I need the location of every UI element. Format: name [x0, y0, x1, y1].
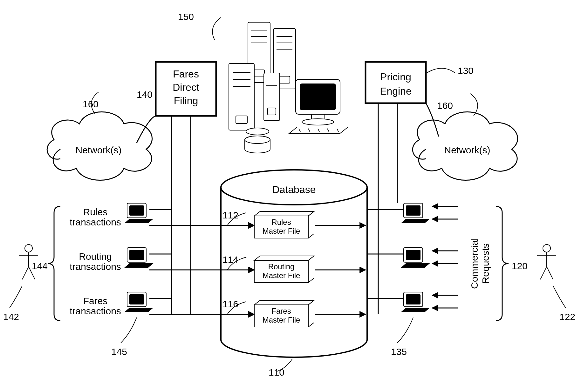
svg-rect-58 [130, 295, 144, 304]
svg-text:Routing: Routing [268, 262, 295, 271]
svg-text:transactions: transactions [70, 261, 121, 272]
cloud-right-label: Network(s) [444, 145, 490, 155]
svg-text:Master File: Master File [263, 316, 300, 324]
svg-text:Rules: Rules [271, 218, 291, 226]
fdf-line2: Direct [173, 82, 199, 93]
ref-150: 150 [178, 11, 194, 22]
svg-text:Fares: Fares [271, 307, 291, 315]
terminal-icon [402, 292, 429, 312]
pe-line2: Engine [380, 85, 412, 97]
left-transactions: 144 142 Rules transactions Routing trans… [3, 203, 254, 357]
svg-text:Fares: Fares [83, 296, 108, 306]
svg-rect-53 [130, 250, 144, 260]
ref-160-left: 160 [83, 99, 99, 109]
req-label2: Requests [480, 244, 491, 284]
svg-text:Master File: Master File [263, 271, 300, 280]
svg-text:transactions: transactions [70, 217, 121, 227]
fares-direct-filing-box: Fares Direct Filing 140 [137, 62, 216, 116]
db-title: Database [272, 184, 316, 195]
svg-rect-65 [406, 295, 420, 304]
svg-rect-10 [229, 64, 254, 130]
ref-114: 114 [222, 254, 238, 265]
svg-rect-63 [406, 250, 420, 260]
terminal-icon [402, 248, 429, 267]
ref-160-right: 160 [437, 100, 453, 111]
svg-rect-23 [300, 84, 336, 110]
db-file-fares: Fares Master File 116 [222, 299, 314, 327]
db-file-rules: Rules Master File 112 [222, 210, 314, 238]
svg-rect-48 [130, 206, 144, 215]
cloud-left-label: Network(s) [75, 145, 121, 155]
svg-line-79 [547, 267, 553, 279]
database: Database Rules Master File 112 Routing M… [221, 170, 367, 378]
ref-140: 140 [137, 89, 153, 100]
diagram-root: 150 Fares Direct Filing 140 Pricing Engi… [0, 0, 588, 381]
ref-145: 145 [111, 346, 127, 357]
svg-text:Rules: Rules [83, 207, 108, 217]
terminal-icon [125, 248, 153, 267]
ref-116: 116 [222, 299, 238, 309]
svg-point-21 [246, 128, 269, 135]
svg-line-43 [22, 267, 29, 279]
db-file-routing: Routing Master File 114 [222, 254, 314, 283]
ref-122: 122 [559, 311, 575, 322]
network-cloud-left: Network(s) 160 [47, 92, 152, 180]
ref-110: 110 [269, 367, 284, 378]
terminal-icon [125, 203, 153, 223]
svg-point-75 [543, 244, 550, 252]
svg-point-25 [302, 119, 334, 125]
svg-text:Master File: Master File [263, 227, 300, 235]
ref-120: 120 [512, 261, 528, 271]
ref-142: 142 [3, 311, 19, 322]
terminal-icon [125, 292, 153, 312]
ref-135: 135 [391, 346, 407, 357]
pe-line1: Pricing [380, 71, 411, 83]
req-label1: Commercial [469, 238, 480, 289]
svg-point-40 [25, 244, 32, 252]
ref-130: 130 [458, 65, 474, 76]
right-requests: Commercial Requests 120 122 135 [315, 203, 575, 357]
svg-line-78 [540, 267, 547, 279]
fdf-line3: Filing [174, 95, 198, 106]
person-icon-right [537, 244, 556, 279]
ref-144: 144 [32, 261, 48, 271]
ref-112: 112 [222, 210, 238, 220]
terminal-icon [402, 203, 429, 223]
network-cloud-right: Network(s) 160 [413, 94, 517, 180]
svg-rect-61 [406, 206, 420, 215]
svg-text:Routing: Routing [79, 251, 112, 262]
fdf-line1: Fares [173, 68, 199, 80]
pricing-engine-box: Pricing Engine 130 [366, 62, 474, 103]
svg-text:transactions: transactions [70, 306, 121, 316]
